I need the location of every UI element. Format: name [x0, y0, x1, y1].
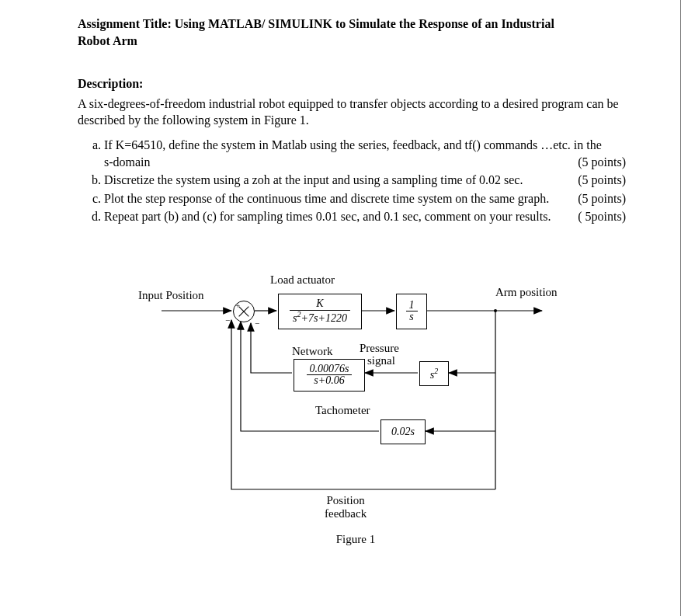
net-num: 0.00076s	[307, 364, 353, 376]
task-c-text: Plot the step response of the continuous…	[104, 192, 549, 205]
integ-den: s	[406, 311, 418, 323]
integrator-block: 1 s	[396, 294, 427, 329]
label-pressure: Pressure	[360, 342, 399, 355]
task-d-points: ( 5points)	[578, 208, 626, 225]
actuator-block: K s2+7s+1220	[278, 294, 362, 329]
task-d: Repeat part (b) and (c) for sampling tim…	[104, 208, 634, 225]
pressure-block: s2	[419, 361, 449, 386]
label-load-actuator: Load actuator	[270, 273, 335, 287]
sum-minus-1: −	[225, 315, 230, 325]
task-b-text: Discretize the system using a zoh at the…	[104, 173, 523, 186]
sum-minus-2: −	[236, 323, 241, 332]
actuator-tf: K s2+7s+1220	[290, 298, 350, 324]
sum-plus-sign: +	[235, 301, 240, 310]
integ-num: 1	[406, 300, 418, 312]
label-arm-position: Arm position	[495, 286, 558, 299]
net-den: s+0.06	[307, 375, 353, 387]
task-d-text: Repeat part (b) and (c) for sampling tim…	[104, 210, 551, 223]
description-heading: Description:	[78, 77, 634, 91]
task-a: If K=64510, define the system in Matlab …	[104, 137, 634, 170]
document-page: Assignment Title: Using MATLAB/ SIMULINK…	[0, 0, 681, 616]
task-c-points: (5 points)	[578, 190, 626, 207]
task-c: Plot the step response of the continuous…	[104, 190, 634, 207]
network-tf: 0.00076s s+0.06	[307, 364, 353, 387]
press-sup: 2	[434, 367, 438, 375]
tach-gain: 0.02s	[391, 426, 415, 438]
block-diagram: + − − − Input Position Load actuator Arm…	[107, 264, 604, 552]
tachometer-block: 0.02s	[380, 419, 426, 444]
label-feedback: feedback	[325, 507, 367, 520]
pressure-tf: s2	[430, 367, 438, 381]
task-b-points: (5 points)	[578, 172, 626, 189]
label-position: Position	[326, 494, 364, 506]
figure-caption: Figure 1	[107, 533, 604, 546]
label-signal: signal	[367, 354, 395, 367]
assignment-title: Assignment Title: Using MATLAB/ SIMULINK…	[78, 16, 634, 50]
task-a-text: If K=64510, define the system in Matlab …	[104, 138, 602, 169]
title-line-2: Robot Arm	[78, 34, 137, 47]
task-a-points: (5 points)	[578, 154, 626, 171]
actuator-num: K	[290, 298, 350, 311]
task-list: If K=64510, define the system in Matlab …	[104, 137, 634, 225]
integrator-tf: 1 s	[406, 300, 418, 323]
sum-minus-3: −	[255, 318, 259, 328]
label-network: Network	[292, 345, 333, 358]
network-block: 0.00076s s+0.06	[294, 359, 365, 392]
intro-paragraph: A six-degrees-of-freedom industrial robo…	[78, 96, 634, 129]
label-tachometer: Tachometer	[315, 404, 370, 417]
actuator-den: s2+7s+1220	[290, 311, 350, 324]
label-input-position: Input Position	[138, 289, 204, 302]
task-b: Discretize the system using a zoh at the…	[104, 172, 634, 189]
actuator-den-rest: +7s+1220	[301, 312, 347, 324]
title-line-1: Assignment Title: Using MATLAB/ SIMULINK…	[78, 17, 554, 30]
label-position-feedback: Position feedback	[325, 494, 367, 520]
